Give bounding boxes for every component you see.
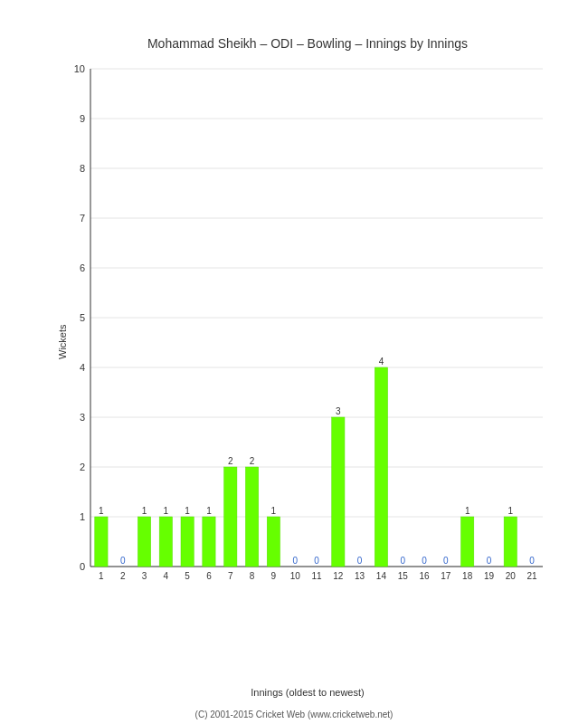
- svg-text:2: 2: [80, 462, 85, 472]
- svg-text:15: 15: [398, 571, 409, 581]
- svg-rect-73: [504, 517, 517, 567]
- svg-text:3: 3: [336, 406, 341, 416]
- svg-text:1: 1: [99, 571, 104, 581]
- svg-text:13: 13: [355, 571, 365, 581]
- svg-rect-41: [224, 467, 237, 567]
- svg-text:21: 21: [527, 571, 538, 581]
- svg-text:18: 18: [462, 571, 473, 581]
- svg-text:8: 8: [250, 571, 255, 581]
- svg-text:1: 1: [164, 506, 169, 516]
- svg-rect-44: [245, 467, 258, 567]
- svg-text:2: 2: [250, 456, 255, 466]
- svg-text:19: 19: [484, 571, 495, 581]
- svg-text:3: 3: [142, 571, 147, 581]
- svg-text:4: 4: [379, 357, 384, 367]
- svg-text:1: 1: [99, 506, 104, 516]
- svg-text:0: 0: [443, 556, 449, 566]
- svg-text:17: 17: [441, 571, 451, 581]
- svg-text:7: 7: [228, 571, 233, 581]
- y-axis-label: Wickets: [57, 325, 68, 360]
- x-axis-label: Innings (oldest to newest): [54, 687, 561, 698]
- svg-text:0: 0: [400, 556, 405, 566]
- svg-text:1: 1: [206, 506, 212, 516]
- svg-text:5: 5: [80, 312, 85, 323]
- svg-text:10: 10: [74, 63, 85, 74]
- svg-text:7: 7: [80, 213, 85, 224]
- chart-container: Mohammad Sheikh – ODI – Bowling – Inning…: [0, 0, 588, 724]
- svg-text:0: 0: [487, 556, 492, 566]
- svg-text:2: 2: [120, 571, 126, 581]
- svg-rect-24: [95, 517, 108, 567]
- svg-text:1: 1: [185, 506, 190, 516]
- chart-svg: 0123456789101102131415162728190100113120…: [54, 60, 561, 621]
- svg-text:2: 2: [228, 456, 233, 466]
- svg-text:6: 6: [206, 571, 212, 581]
- svg-text:4: 4: [164, 571, 169, 581]
- svg-text:9: 9: [80, 113, 85, 124]
- svg-text:4: 4: [80, 362, 85, 373]
- svg-text:8: 8: [80, 163, 85, 174]
- svg-text:0: 0: [357, 556, 363, 566]
- svg-text:1: 1: [80, 511, 85, 522]
- svg-text:0: 0: [80, 561, 85, 572]
- svg-text:10: 10: [290, 571, 301, 581]
- svg-text:1: 1: [465, 506, 470, 516]
- svg-rect-47: [267, 517, 280, 567]
- svg-rect-54: [332, 417, 345, 567]
- svg-text:0: 0: [529, 556, 535, 566]
- svg-text:3: 3: [80, 412, 85, 423]
- svg-text:12: 12: [333, 571, 344, 581]
- svg-text:20: 20: [506, 571, 517, 581]
- svg-text:6: 6: [80, 262, 85, 273]
- svg-rect-38: [203, 517, 215, 567]
- svg-text:1: 1: [142, 506, 147, 516]
- svg-text:0: 0: [120, 556, 126, 566]
- svg-text:5: 5: [185, 571, 190, 581]
- svg-text:1: 1: [508, 506, 514, 516]
- svg-text:9: 9: [271, 571, 277, 581]
- chart-title: Mohammad Sheikh – ODI – Bowling – Inning…: [54, 36, 561, 51]
- svg-rect-35: [181, 517, 194, 567]
- svg-rect-32: [159, 517, 172, 567]
- svg-rect-59: [375, 367, 387, 567]
- svg-rect-68: [461, 517, 474, 567]
- svg-text:11: 11: [311, 571, 322, 581]
- svg-text:14: 14: [376, 571, 387, 581]
- svg-text:16: 16: [419, 571, 430, 581]
- svg-text:1: 1: [271, 506, 277, 516]
- svg-rect-29: [138, 517, 150, 567]
- svg-text:0: 0: [422, 556, 427, 566]
- copyright: (C) 2001-2015 Cricket Web (www.cricketwe…: [195, 710, 394, 719]
- svg-text:0: 0: [292, 556, 298, 566]
- svg-text:0: 0: [314, 556, 319, 566]
